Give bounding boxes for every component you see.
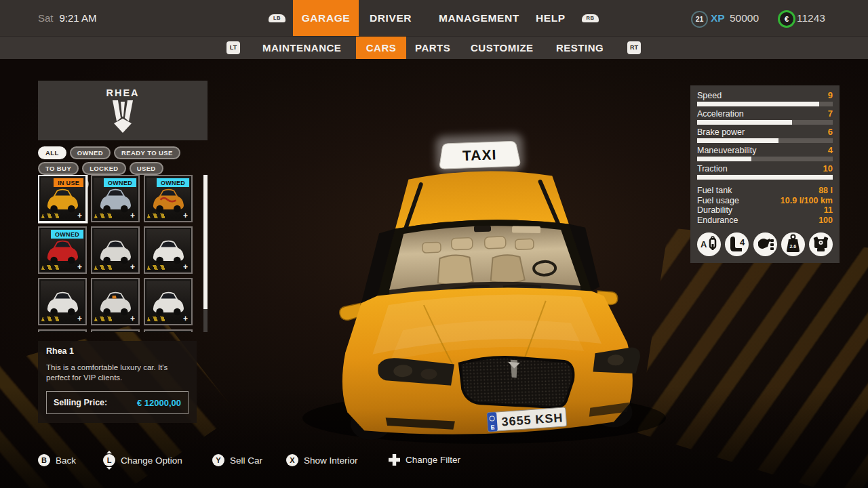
rb-button-icon: RB <box>582 14 599 22</box>
stat-acceleration: Acceleration7 <box>697 108 833 125</box>
clock: Sat9:21 AM <box>38 0 97 36</box>
spec-label: Durability <box>697 205 732 216</box>
status-badge: IN USE <box>54 178 83 187</box>
stat-label: Brake power <box>697 127 745 138</box>
selling-price-value: € 12000,00 <box>137 398 181 408</box>
engine-icon <box>809 232 833 256</box>
feature-icons: A 4 2.6 <box>697 232 833 256</box>
action-sell-car[interactable]: Y Sell Car <box>212 454 262 466</box>
filter-used[interactable]: USED <box>130 162 163 175</box>
tab-parts[interactable]: PARTS <box>415 37 450 59</box>
tab-maintenance[interactable]: MAINTENANCE <box>262 37 341 59</box>
car-name: Rhea 1 <box>38 341 197 360</box>
stat-label: Speed <box>697 91 722 101</box>
feature-label: 2.6 <box>781 244 805 249</box>
spec-value: 100 <box>818 216 833 226</box>
status-badge: OWNED <box>51 230 83 239</box>
action-back[interactable]: B Back <box>38 454 76 466</box>
time-label: 9:21 AM <box>60 12 97 24</box>
taxi-sign-text: TAXI <box>462 146 497 163</box>
car-specs: Fuel tank88 l Fuel usage10.9 l/100 km Du… <box>697 186 833 225</box>
currency-value: 11243 <box>797 0 825 36</box>
car-thumbnail-9[interactable]: + <box>144 278 193 325</box>
filter-all[interactable]: ALL <box>38 146 66 159</box>
stat-bar <box>697 120 792 125</box>
car-thumbnail-5[interactable]: + <box>91 226 140 274</box>
action-show-interior[interactable]: X Show Interior <box>286 454 358 466</box>
spec-durability: Durability11 <box>697 205 833 216</box>
add-icon: + <box>130 262 135 272</box>
spec-value: 10.9 l/100 km <box>781 196 833 206</box>
vehicle-preview: TAXI <box>279 124 689 444</box>
car-description: This is a comfortable luxury car. It's p… <box>38 360 190 383</box>
scrollbar-thumb[interactable] <box>203 175 208 309</box>
tab-help[interactable]: HELP <box>536 0 566 36</box>
spec-fuel-tank: Fuel tank88 l <box>697 186 833 196</box>
selling-price-box: Selling Price: € 12000,00 <box>46 391 189 414</box>
y-button-icon: Y <box>212 454 224 466</box>
spec-value: 11 <box>824 205 833 216</box>
status-badge: OWNED <box>157 178 189 187</box>
ramp-stripes <box>41 317 60 321</box>
action-change-option[interactable]: L Change Option <box>103 454 182 466</box>
car-thumbnail-12[interactable] <box>144 329 193 332</box>
stat-value: 10 <box>823 163 833 174</box>
add-icon: + <box>77 211 82 220</box>
controller-hints-bar: B Back L Change Option Y Sell Car X Show… <box>38 454 784 470</box>
ramp-stripes <box>147 214 166 218</box>
stat-label: Maneuverability <box>697 146 757 156</box>
car-thumbnail-8[interactable]: + <box>91 278 140 325</box>
level-badge: 21 <box>691 11 708 28</box>
car-thumbnail-3[interactable]: OWNED + <box>144 175 193 222</box>
car-thumbnail-6[interactable]: + <box>144 226 193 274</box>
add-icon: + <box>77 262 82 272</box>
car-list: IN USE + OWNED + OWNED + OWNED + + <box>38 175 209 332</box>
add-icon: + <box>183 314 188 323</box>
x-button-icon: X <box>286 454 298 466</box>
tab-customize[interactable]: CUSTOMIZE <box>471 37 534 59</box>
feature-label: 4 <box>740 237 745 247</box>
stat-bar <box>697 138 778 143</box>
action-label: Sell Car <box>230 455 262 466</box>
add-icon: + <box>130 211 135 220</box>
stat-brake-power: Brake power6 <box>697 127 833 143</box>
action-label: Change Filter <box>406 455 460 465</box>
brand-panel: RHEA <box>38 81 208 140</box>
tab-cars[interactable]: CARS <box>356 37 406 59</box>
add-icon: + <box>183 211 188 220</box>
stat-traction: Traction10 <box>697 163 833 180</box>
action-change-filter[interactable]: Change Filter <box>389 454 460 466</box>
car-thumbnail-4[interactable]: OWNED + <box>38 226 87 274</box>
car-thumbnail-7[interactable]: + <box>38 278 87 325</box>
seats-icon: 4 <box>725 232 749 256</box>
filter-locked[interactable]: LOCKED <box>82 162 126 175</box>
spec-value: 88 l <box>818 186 833 196</box>
filter-to-buy[interactable]: TO BUY <box>38 162 79 175</box>
stat-value: 7 <box>828 108 833 119</box>
stat-bar <box>697 102 819 106</box>
stat-label: Traction <box>697 164 728 174</box>
selling-price-label: Selling Price: <box>54 398 107 407</box>
tab-resting[interactable]: RESTING <box>556 37 604 59</box>
tab-management[interactable]: MANAGEMENT <box>439 0 519 36</box>
top-bar: Sat9:21 AM LB GARAGE DRIVER MANAGEMENT H… <box>0 0 868 36</box>
spec-label: Endurance <box>697 216 738 226</box>
car-thumbnail-2[interactable]: OWNED + <box>91 175 140 222</box>
ramp-stripes <box>147 317 166 321</box>
car-thumbnail-11[interactable] <box>91 329 140 332</box>
plate-country: E <box>490 424 495 430</box>
tab-driver[interactable]: DRIVER <box>370 0 412 36</box>
lb-button-icon: LB <box>269 14 285 22</box>
car-thumbnail-1[interactable]: IN USE + <box>38 175 87 222</box>
filter-ready-to-use[interactable]: READY TO USE <box>114 146 180 159</box>
filter-owned[interactable]: OWNED <box>70 146 111 159</box>
tab-garage[interactable]: GARAGE <box>293 0 359 36</box>
car-thumbnail-10[interactable] <box>38 329 87 332</box>
ramp-stripes <box>94 265 113 270</box>
spec-fuel-usage: Fuel usage10.9 l/100 km <box>697 196 833 206</box>
xp-value: 50000 <box>730 0 759 36</box>
action-label: Change Option <box>121 455 182 466</box>
stat-bar <box>697 175 833 180</box>
day-label: Sat <box>38 12 54 24</box>
add-icon: + <box>183 262 188 272</box>
